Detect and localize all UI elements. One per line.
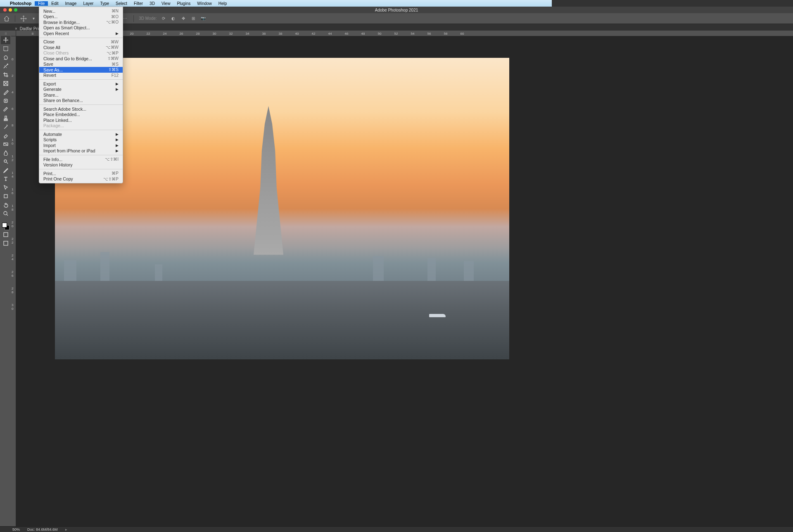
hand-tool[interactable]: [1, 201, 10, 209]
ruler-tick: 46: [345, 32, 349, 36]
lasso-tool[interactable]: [1, 53, 10, 62]
menu-item-save[interactable]: Save⌘S: [39, 62, 123, 67]
menu-item-label: File Info...: [43, 157, 62, 162]
brush-tool[interactable]: [1, 105, 10, 114]
menu-item-open-recent[interactable]: Open Recent▶: [39, 31, 123, 36]
menu-item-label: Search Adobe Stock...: [43, 107, 86, 112]
gradient-tool[interactable]: [1, 140, 10, 148]
ruler-tick: 2 2: [12, 237, 13, 245]
menubar-item-select[interactable]: Select: [112, 1, 131, 6]
marquee-tool[interactable]: [1, 45, 10, 53]
3d-roll-icon[interactable]: ◐: [170, 15, 177, 22]
dodge-tool[interactable]: [1, 157, 10, 166]
menu-item-open-as-smart-object[interactable]: Open as Smart Object...: [39, 25, 123, 31]
menu-item-close[interactable]: Close⌘W: [39, 39, 123, 45]
ruler-tick: 24: [163, 32, 167, 36]
menu-item-share-on-behance[interactable]: Share on Behance...: [39, 98, 123, 104]
menu-item-version-history[interactable]: Version History: [39, 162, 123, 168]
menu-item-save-as[interactable]: Save As...⇧⌘S: [39, 67, 123, 73]
menu-item-file-info[interactable]: File Info...⌥⇧⌘I: [39, 157, 123, 162]
menu-item-search-adobe-stock[interactable]: Search Adobe Stock...: [39, 106, 123, 112]
ruler-tick: 2 0: [12, 221, 13, 228]
ruler-corner[interactable]: [11, 31, 16, 36]
heal-tool[interactable]: [1, 97, 10, 105]
history-brush-tool[interactable]: [1, 123, 10, 131]
home-icon[interactable]: [3, 15, 10, 22]
eyedropper-tool[interactable]: [1, 88, 10, 96]
menu-item-import[interactable]: Import▶: [39, 142, 123, 148]
wand-tool[interactable]: [1, 62, 10, 70]
menubar-item-3d[interactable]: 3D: [146, 1, 158, 6]
window-title: Adobe Photoshop 2021: [375, 8, 418, 12]
menu-item-print-one-copy[interactable]: Print One Copy⌥⇧⌘P: [39, 176, 123, 182]
menubar-item-file[interactable]: File: [35, 1, 48, 6]
menubar-item-view[interactable]: View: [158, 1, 174, 6]
foreground-color-swatch[interactable]: [2, 223, 7, 228]
menu-item-open[interactable]: Open...⌘O: [39, 14, 123, 20]
vertical-ruler[interactable]: 024681 01 21 41 61 82 02 22 42 62 83 0: [11, 36, 16, 370]
menu-item-package: Package...: [39, 123, 123, 129]
3d-pan-icon[interactable]: ✥: [180, 15, 187, 22]
menu-item-place-embedded[interactable]: Place Embedded...: [39, 112, 123, 118]
menu-item-generate[interactable]: Generate▶: [39, 87, 123, 93]
stamp-tool[interactable]: [1, 114, 10, 122]
svg-rect-5: [4, 195, 7, 198]
menu-item-shortcut: ⌥⇧⌘I: [105, 157, 119, 162]
menubar-item-type[interactable]: Type: [97, 1, 112, 6]
ruler-tick: 32: [229, 32, 233, 36]
ruler-tick: 38: [279, 32, 283, 36]
menubar-item-help[interactable]: Help: [215, 1, 230, 6]
menubar-item-plugins[interactable]: Plugins: [173, 1, 194, 6]
menu-item-close-all[interactable]: Close All⌥⌘W: [39, 45, 123, 50]
pen-tool[interactable]: [1, 166, 10, 174]
menu-item-shortcut: ⌘S: [112, 62, 119, 66]
menu-item-import-from-iphone-or-ipad[interactable]: Import from iPhone or iPad▶: [39, 148, 123, 154]
frame-tool[interactable]: [1, 79, 10, 88]
move-tool-icon[interactable]: [20, 15, 27, 22]
window-minimize-icon[interactable]: [9, 8, 12, 12]
menubar-app-name[interactable]: Photoshop: [7, 1, 35, 6]
menu-item-shortcut: ⌘O: [111, 14, 119, 19]
svg-point-4: [4, 160, 7, 162]
path-select-tool[interactable]: [1, 183, 10, 192]
menubar-item-image[interactable]: Image: [62, 1, 80, 6]
menu-item-export[interactable]: Export▶: [39, 81, 123, 87]
menu-item-close-and-go-to-bridge[interactable]: Close and Go to Bridge...⇧⌘W: [39, 56, 123, 62]
eraser-tool[interactable]: [1, 131, 10, 140]
zoom-tool[interactable]: [1, 209, 10, 218]
type-tool[interactable]: [1, 175, 10, 183]
quick-mask-icon[interactable]: [1, 230, 10, 239]
menubar-item-edit[interactable]: Edit: [48, 1, 62, 6]
chevron-down-icon[interactable]: ▾: [30, 15, 37, 22]
panel-gripper-icon[interactable]: ⠿: [2, 32, 10, 36]
menu-item-print[interactable]: Print...⌘P: [39, 171, 123, 176]
blur-tool[interactable]: [1, 149, 10, 157]
3d-orbit-icon[interactable]: ⟳: [160, 15, 167, 22]
menu-item-revert[interactable]: RevertF12: [39, 73, 123, 78]
menu-item-browse-in-bridge[interactable]: Browse in Bridge...⌥⌘O: [39, 19, 123, 25]
ruler-tick: 28: [196, 32, 200, 36]
color-swatches[interactable]: [2, 223, 9, 230]
crop-tool[interactable]: [1, 71, 10, 79]
ruler-tick: 52: [394, 32, 398, 36]
window-close-icon[interactable]: [3, 8, 7, 12]
rectangle-tool[interactable]: [1, 192, 10, 200]
menubar-item-layer[interactable]: Layer: [80, 1, 97, 6]
screen-mode-icon[interactable]: [1, 239, 10, 247]
menu-item-scripts[interactable]: Scripts▶: [39, 137, 123, 143]
menu-item-automate[interactable]: Automate▶: [39, 131, 123, 137]
menu-item-new[interactable]: New...⌘N: [39, 8, 123, 14]
document-image[interactable]: [55, 58, 509, 359]
menubar-item-filter[interactable]: Filter: [131, 1, 146, 6]
ruler-tick: 2 6: [12, 270, 13, 278]
ruler-tick: 8: [12, 124, 13, 127]
3d-zoom-camera-icon[interactable]: 📷: [200, 15, 207, 22]
window-zoom-icon[interactable]: [14, 8, 17, 12]
file-menu-dropdown[interactable]: New...⌘NOpen...⌘OBrowse in Bridge...⌥⌘OO…: [39, 7, 123, 183]
3d-slide-icon[interactable]: ⊞: [190, 15, 197, 22]
menu-item-place-linked[interactable]: Place Linked...: [39, 117, 123, 123]
menu-item-share[interactable]: Share...: [39, 92, 123, 98]
move-tool[interactable]: [1, 36, 10, 44]
menubar-item-window[interactable]: Window: [194, 1, 215, 6]
close-icon[interactable]: ×: [15, 26, 17, 31]
